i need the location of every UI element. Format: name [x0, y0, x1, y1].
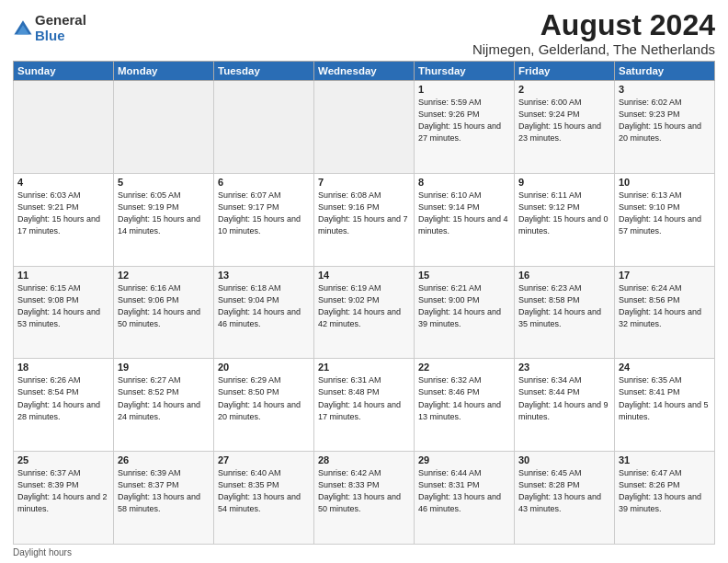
day-info: Sunrise: 6:23 AM Sunset: 8:58 PM Dayligh… — [518, 282, 610, 330]
day-info: Sunrise: 6:10 AM Sunset: 9:14 PM Dayligh… — [418, 190, 510, 237]
day-info: Sunrise: 6:29 AM Sunset: 8:50 PM Dayligh… — [218, 374, 310, 422]
day-info: Sunrise: 6:42 AM Sunset: 8:33 PM Dayligh… — [318, 467, 410, 515]
calendar-cell: 21Sunrise: 6:31 AM Sunset: 8:48 PM Dayli… — [314, 359, 415, 452]
day-number: 7 — [318, 177, 410, 188]
day-info: Sunrise: 5:59 AM Sunset: 9:26 PM Dayligh… — [418, 97, 510, 144]
day-number: 17 — [619, 270, 711, 281]
day-info: Sunrise: 6:07 AM Sunset: 9:17 PM Dayligh… — [218, 190, 310, 237]
day-info: Sunrise: 6:05 AM Sunset: 9:19 PM Dayligh… — [118, 190, 210, 237]
calendar-cell: 3Sunrise: 6:02 AM Sunset: 9:23 PM Daylig… — [615, 81, 715, 174]
day-number: 3 — [619, 84, 711, 95]
col-wednesday: Wednesday — [314, 62, 415, 81]
day-number: 21 — [318, 362, 410, 373]
calendar-cell: 8Sunrise: 6:10 AM Sunset: 9:14 PM Daylig… — [415, 173, 515, 266]
calendar-week-row-2: 11Sunrise: 6:15 AM Sunset: 9:08 PM Dayli… — [14, 266, 715, 359]
calendar-week-row-4: 25Sunrise: 6:37 AM Sunset: 8:39 PM Dayli… — [14, 452, 715, 545]
day-info: Sunrise: 6:37 AM Sunset: 8:39 PM Dayligh… — [17, 467, 109, 515]
day-number: 30 — [518, 454, 610, 465]
day-number: 19 — [118, 362, 210, 373]
day-number: 2 — [518, 84, 610, 95]
day-number: 18 — [17, 362, 109, 373]
calendar-cell: 30Sunrise: 6:45 AM Sunset: 8:28 PM Dayli… — [515, 452, 615, 545]
page: General Blue August 2024 Nijmegen, Gelde… — [0, 0, 728, 563]
day-info: Sunrise: 6:32 AM Sunset: 8:46 PM Dayligh… — [418, 374, 510, 422]
day-number: 15 — [418, 270, 510, 281]
col-saturday: Saturday — [615, 62, 715, 81]
day-info: Sunrise: 6:08 AM Sunset: 9:16 PM Dayligh… — [318, 190, 410, 237]
calendar-header-row: Sunday Monday Tuesday Wednesday Thursday… — [14, 62, 715, 81]
calendar-cell: 15Sunrise: 6:21 AM Sunset: 9:00 PM Dayli… — [415, 266, 515, 359]
day-info: Sunrise: 6:16 AM Sunset: 9:06 PM Dayligh… — [118, 282, 210, 330]
calendar-cell: 10Sunrise: 6:13 AM Sunset: 9:10 PM Dayli… — [615, 173, 715, 266]
logo-general-text: General — [35, 13, 86, 29]
calendar-cell: 5Sunrise: 6:05 AM Sunset: 9:19 PM Daylig… — [114, 173, 214, 266]
title-block: August 2024 Nijmegen, Gelderland, The Ne… — [472, 9, 715, 57]
day-number: 4 — [17, 177, 109, 188]
col-friday: Friday — [515, 62, 615, 81]
calendar-cell: 20Sunrise: 6:29 AM Sunset: 8:50 PM Dayli… — [214, 359, 314, 452]
calendar-cell: 2Sunrise: 6:00 AM Sunset: 9:24 PM Daylig… — [515, 81, 615, 174]
calendar-cell: 17Sunrise: 6:24 AM Sunset: 8:56 PM Dayli… — [615, 266, 715, 359]
header: General Blue August 2024 Nijmegen, Gelde… — [13, 9, 715, 57]
day-number: 1 — [418, 84, 510, 95]
calendar-cell: 7Sunrise: 6:08 AM Sunset: 9:16 PM Daylig… — [314, 173, 415, 266]
day-number: 31 — [619, 454, 711, 465]
calendar-cell: 13Sunrise: 6:18 AM Sunset: 9:04 PM Dayli… — [214, 266, 314, 359]
footer-note: Daylight hours — [13, 547, 715, 557]
day-number: 24 — [619, 362, 711, 373]
calendar-cell — [214, 81, 314, 174]
day-number: 9 — [518, 177, 610, 188]
calendar-cell: 18Sunrise: 6:26 AM Sunset: 8:54 PM Dayli… — [14, 359, 114, 452]
calendar-cell: 31Sunrise: 6:47 AM Sunset: 8:26 PM Dayli… — [615, 452, 715, 545]
calendar-table: Sunday Monday Tuesday Wednesday Thursday… — [13, 61, 715, 545]
logo-text: General Blue — [35, 13, 86, 43]
calendar-cell: 4Sunrise: 6:03 AM Sunset: 9:21 PM Daylig… — [14, 173, 114, 266]
calendar-cell: 27Sunrise: 6:40 AM Sunset: 8:35 PM Dayli… — [214, 452, 314, 545]
col-monday: Monday — [114, 62, 214, 81]
day-number: 25 — [17, 454, 109, 465]
calendar-week-row-3: 18Sunrise: 6:26 AM Sunset: 8:54 PM Dayli… — [14, 359, 715, 452]
day-number: 22 — [418, 362, 510, 373]
col-thursday: Thursday — [415, 62, 515, 81]
calendar-cell — [114, 81, 214, 174]
calendar-cell — [14, 81, 114, 174]
calendar-cell: 6Sunrise: 6:07 AM Sunset: 9:17 PM Daylig… — [214, 173, 314, 266]
day-info: Sunrise: 6:45 AM Sunset: 8:28 PM Dayligh… — [518, 467, 610, 515]
day-number: 13 — [218, 270, 310, 281]
day-info: Sunrise: 6:40 AM Sunset: 8:35 PM Dayligh… — [218, 467, 310, 515]
day-info: Sunrise: 6:19 AM Sunset: 9:02 PM Dayligh… — [318, 282, 410, 330]
calendar-cell: 28Sunrise: 6:42 AM Sunset: 8:33 PM Dayli… — [314, 452, 415, 545]
calendar-cell: 26Sunrise: 6:39 AM Sunset: 8:37 PM Dayli… — [114, 452, 214, 545]
day-number: 28 — [318, 454, 410, 465]
day-info: Sunrise: 6:31 AM Sunset: 8:48 PM Dayligh… — [318, 374, 410, 422]
main-title: August 2024 — [472, 9, 715, 41]
day-number: 6 — [218, 177, 310, 188]
day-info: Sunrise: 6:24 AM Sunset: 8:56 PM Dayligh… — [619, 282, 711, 330]
calendar-cell — [314, 81, 415, 174]
day-number: 14 — [318, 270, 410, 281]
day-info: Sunrise: 6:00 AM Sunset: 9:24 PM Dayligh… — [518, 97, 610, 144]
calendar-cell: 24Sunrise: 6:35 AM Sunset: 8:41 PM Dayli… — [615, 359, 715, 452]
day-number: 11 — [17, 270, 109, 281]
day-info: Sunrise: 6:44 AM Sunset: 8:31 PM Dayligh… — [418, 467, 510, 515]
day-info: Sunrise: 6:35 AM Sunset: 8:41 PM Dayligh… — [619, 374, 711, 422]
calendar-week-row-0: 1Sunrise: 5:59 AM Sunset: 9:26 PM Daylig… — [14, 81, 715, 174]
day-number: 20 — [218, 362, 310, 373]
day-number: 26 — [118, 454, 210, 465]
day-info: Sunrise: 6:02 AM Sunset: 9:23 PM Dayligh… — [619, 97, 711, 144]
calendar-cell: 25Sunrise: 6:37 AM Sunset: 8:39 PM Dayli… — [14, 452, 114, 545]
calendar-cell: 11Sunrise: 6:15 AM Sunset: 9:08 PM Dayli… — [14, 266, 114, 359]
calendar-cell: 29Sunrise: 6:44 AM Sunset: 8:31 PM Dayli… — [415, 452, 515, 545]
calendar-cell: 22Sunrise: 6:32 AM Sunset: 8:46 PM Dayli… — [415, 359, 515, 452]
logo-blue-text: Blue — [35, 29, 86, 44]
day-number: 16 — [518, 270, 610, 281]
day-info: Sunrise: 6:26 AM Sunset: 8:54 PM Dayligh… — [17, 374, 109, 422]
calendar-cell: 23Sunrise: 6:34 AM Sunset: 8:44 PM Dayli… — [515, 359, 615, 452]
day-info: Sunrise: 6:18 AM Sunset: 9:04 PM Dayligh… — [218, 282, 310, 330]
calendar-cell: 12Sunrise: 6:16 AM Sunset: 9:06 PM Dayli… — [114, 266, 214, 359]
day-info: Sunrise: 6:27 AM Sunset: 8:52 PM Dayligh… — [118, 374, 210, 422]
logo: General Blue — [13, 13, 86, 43]
day-number: 23 — [518, 362, 610, 373]
day-info: Sunrise: 6:34 AM Sunset: 8:44 PM Dayligh… — [518, 374, 610, 422]
subtitle: Nijmegen, Gelderland, The Netherlands — [472, 41, 715, 57]
